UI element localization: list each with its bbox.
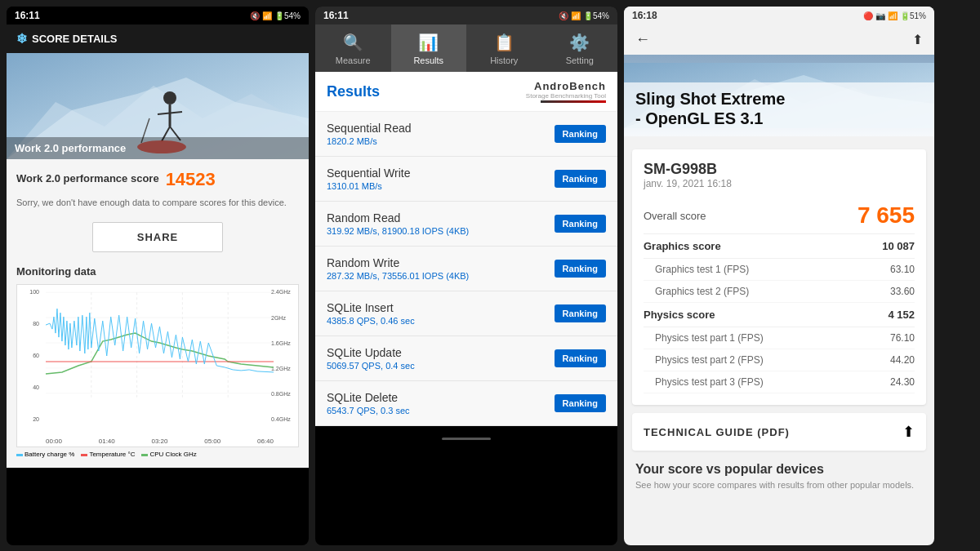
s1-content: Work 2.0 performance score 14523 Sorry, … xyxy=(7,159,309,468)
row-value-1: 1820.2 MB/s xyxy=(327,136,412,146)
s2-header: Results AndroBench Storage Benchmarking … xyxy=(315,72,617,112)
status-bar-2: 16:11 🔇📶🔋54% xyxy=(315,7,617,24)
physics-test3-row: Physics test part 3 (FPS) 24.30 xyxy=(644,371,915,393)
results-title: Results xyxy=(327,83,380,100)
physics-test2-value: 44.20 xyxy=(890,354,915,366)
graphics-score-label: Graphics score xyxy=(644,240,721,252)
monitoring-title: Monitoring data xyxy=(16,265,299,278)
nav-measure-label: Measure xyxy=(336,56,371,65)
status-bar-1: 16:11 🔇📶🔋54% xyxy=(7,7,309,24)
score-label: Work 2.0 performance score xyxy=(16,172,159,184)
popular-section: Your score vs popular devices See how yo… xyxy=(624,451,934,501)
row-name-3: Random Read xyxy=(327,211,469,224)
y-axis-labels: 10080604020 xyxy=(17,289,42,422)
chart-legend-items: Battery charge % Temperature °C CPU Cloc… xyxy=(16,451,299,458)
list-item: SQLite Insert 4385.8 QPS, 0.46 sec Ranki… xyxy=(315,291,617,336)
share-icon-2[interactable]: ⬆ xyxy=(902,423,915,441)
s3-hero-title: Sling Shot Extreme- OpenGL ES 3.1 xyxy=(624,82,934,136)
monitoring-chart: 10080604020 2.4GHz2GHz1.6GHz1.2GHz0.8GHz… xyxy=(16,284,299,447)
status-time-1: 16:11 xyxy=(15,10,40,21)
row-name-5: SQLite Insert xyxy=(327,301,415,314)
physics-score-label: Physics score xyxy=(644,309,715,321)
snowflake-icon: ❄ xyxy=(16,31,27,47)
svg-point-3 xyxy=(163,91,176,104)
physics-test1-label: Physics test part 1 (FPS) xyxy=(655,332,764,344)
nav-results[interactable]: 📊 Results xyxy=(391,24,467,72)
list-item: SQLite Update 5069.57 QPS, 0.4 sec Ranki… xyxy=(315,336,617,381)
row-value-4: 287.32 MB/s, 73556.01 IOPS (4KB) xyxy=(327,271,469,281)
score-note: Sorry, we don't have enough data to comp… xyxy=(16,197,299,209)
ranking-btn-7[interactable]: Ranking xyxy=(555,394,606,412)
row-value-7: 6543.7 QPS, 0.3 sec xyxy=(327,406,410,415)
nav-history-label: History xyxy=(490,56,518,65)
s3-date: janv. 19, 2021 16:18 xyxy=(644,178,915,189)
row-name-6: SQLite Update xyxy=(327,346,415,359)
status-bar-3: 16:18 🔴📷📶🔋51% xyxy=(624,7,934,24)
status-icons-3: 🔴📷📶🔋51% xyxy=(863,11,926,20)
ranking-btn-1[interactable]: Ranking xyxy=(555,125,606,143)
row-name-4: Random Write xyxy=(327,256,469,269)
physics-test2-label: Physics test part 2 (FPS) xyxy=(655,354,764,366)
share-icon[interactable]: ⬆ xyxy=(912,32,923,47)
row-value-2: 1310.01 MB/s xyxy=(327,181,410,191)
physics-test3-label: Physics test part 3 (FPS) xyxy=(655,376,764,388)
logo-main: AndroBench xyxy=(534,80,606,92)
logo-sub: Storage Benchmarking Tool xyxy=(526,92,606,100)
popular-desc: See how your score compares with results… xyxy=(635,480,923,490)
history-icon: 📋 xyxy=(494,33,514,52)
share-button[interactable]: SHARE xyxy=(92,222,223,252)
status-icons-1: 🔇📶🔋54% xyxy=(250,11,301,20)
status-icons-2: 🔇📶🔋54% xyxy=(559,11,609,20)
s2-navigation: 🔍 Measure 📊 Results 📋 History ⚙️ Setting xyxy=(315,24,617,72)
chart-svg xyxy=(46,289,274,422)
row-name-1: Sequential Read xyxy=(327,122,412,135)
home-indicator-2 xyxy=(442,438,491,440)
graphics-score-row: Graphics score 10 087 xyxy=(644,234,915,259)
status-time-3: 16:18 xyxy=(632,10,657,21)
y2-axis-labels: 2.4GHz2GHz1.6GHz1.2GHz0.8GHz0.4GHz xyxy=(270,289,298,422)
chart-legend: 00:0001:4003:2005:0006:40 xyxy=(46,438,274,445)
tech-guide-label: TECHNICAL GUIDE (PDF) xyxy=(644,426,790,438)
back-icon[interactable]: ← xyxy=(635,31,650,48)
tech-guide-row[interactable]: TECHNICAL GUIDE (PDF) ⬆ xyxy=(632,413,926,451)
ranking-btn-3[interactable]: Ranking xyxy=(555,215,606,233)
row-value-3: 319.92 MB/s, 81900.18 IOPS (4KB) xyxy=(327,226,469,236)
nav-setting-label: Setting xyxy=(566,56,594,65)
s3-topbar: ← ⬆ xyxy=(624,24,934,55)
status-time-2: 16:11 xyxy=(323,10,349,21)
ranking-btn-6[interactable]: Ranking xyxy=(555,349,606,367)
graphics-test2-row: Graphics test 2 (FPS) 33.60 xyxy=(644,281,915,303)
ranking-btn-4[interactable]: Ranking xyxy=(555,260,606,278)
androbench-logo: AndroBench Storage Benchmarking Tool xyxy=(526,80,606,103)
chart-inner xyxy=(46,289,274,422)
physics-test3-value: 24.30 xyxy=(890,376,915,388)
row-value-5: 4385.8 QPS, 0.46 sec xyxy=(327,316,415,326)
list-item: Random Read 319.92 MB/s, 81900.18 IOPS (… xyxy=(315,202,617,247)
row-value-6: 5069.57 QPS, 0.4 sec xyxy=(327,361,415,371)
physics-test2-row: Physics test part 2 (FPS) 44.20 xyxy=(644,349,915,371)
hero-label: Work 2.0 performance xyxy=(7,137,309,159)
graphics-test1-label: Graphics test 1 (FPS) xyxy=(655,264,749,275)
nav-measure[interactable]: 🔍 Measure xyxy=(315,24,391,72)
list-item: Random Write 287.32 MB/s, 73556.01 IOPS … xyxy=(315,247,617,291)
results-icon: 📊 xyxy=(418,33,439,52)
graphics-test1-value: 63.10 xyxy=(890,264,915,275)
setting-icon: ⚙️ xyxy=(569,33,590,52)
s3-scores-card: SM-G998B janv. 19, 2021 16:18 Overall sc… xyxy=(632,149,926,405)
overall-value: 7 655 xyxy=(858,202,915,229)
list-item: Sequential Read 1820.2 MB/s Ranking xyxy=(315,112,617,157)
nav-history[interactable]: 📋 History xyxy=(466,24,542,72)
list-item: Sequential Write 1310.01 MB/s Ranking xyxy=(315,157,617,202)
nav-setting[interactable]: ⚙️ Setting xyxy=(542,24,618,72)
s3-hero: Sling Shot Extreme- OpenGL ES 3.1 xyxy=(624,55,934,136)
ranking-btn-2[interactable]: Ranking xyxy=(555,170,606,188)
bottom-bar-2 xyxy=(315,426,617,451)
ranking-btn-5[interactable]: Ranking xyxy=(555,304,606,322)
s3-title: Sling Shot Extreme- OpenGL ES 3.1 xyxy=(635,89,923,128)
graphics-test2-value: 33.60 xyxy=(890,286,915,297)
graphics-test2-label: Graphics test 2 (FPS) xyxy=(655,286,749,297)
physics-test1-row: Physics test part 1 (FPS) 76.10 xyxy=(644,327,915,349)
graphics-score-value: 10 087 xyxy=(882,240,915,252)
row-name-7: SQLite Delete xyxy=(327,391,410,404)
row-name-2: Sequential Write xyxy=(327,167,410,180)
